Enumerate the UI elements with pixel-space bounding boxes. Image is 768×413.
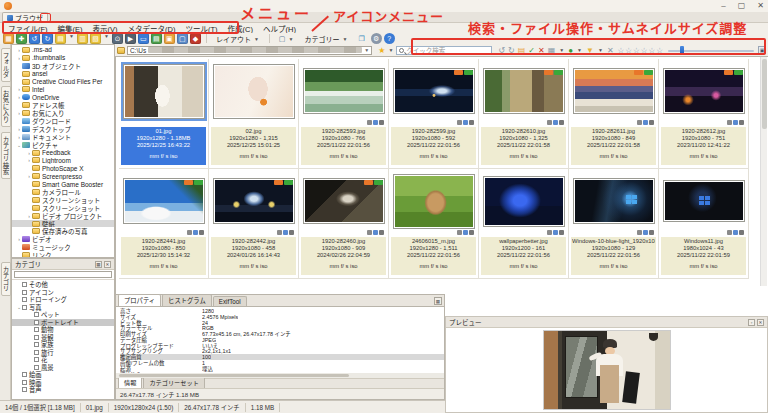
properties-tab[interactable]: ヒストグラム	[162, 294, 212, 306]
category-checkbox[interactable]	[34, 342, 39, 347]
help-icon[interactable]: ?	[384, 33, 395, 44]
thumbnail-image[interactable]	[303, 68, 385, 114]
hscrollbar-thumb[interactable]	[119, 374, 349, 377]
thumbnail-image[interactable]	[483, 176, 565, 227]
tree-item[interactable]: ›デスクトップ	[12, 125, 114, 133]
accept-icon[interactable]: ✓	[528, 46, 535, 55]
thumbnail-item[interactable]: wallpaperbetter.jpg1920x1200 - 1612025/1…	[479, 169, 569, 279]
thumbnail-image[interactable]	[483, 68, 565, 114]
screen-icon[interactable]: ▢	[177, 33, 188, 44]
category-item[interactable]: 風景	[12, 364, 114, 372]
menu-item[interactable]: ツール(T)	[181, 23, 223, 34]
layout-dropdown[interactable]: レイアウト ▼	[212, 33, 264, 44]
tree-item[interactable]: ダウンロード	[12, 117, 114, 125]
category-item[interactable]: 景観	[12, 334, 114, 342]
search-icon[interactable]: ⊙	[112, 33, 123, 44]
category-item[interactable]: 音声	[12, 386, 114, 394]
category-filter-input[interactable]	[14, 271, 112, 278]
thumbnail-item[interactable]: 01.jpg1920x1280 - 1.18MB2025/12/25 16:43…	[119, 59, 209, 169]
tree-item[interactable]: PhotoScape X	[12, 164, 114, 172]
menu-item[interactable]: 編集(E)	[53, 23, 88, 34]
category-dropdown[interactable]: カテゴリー ▼	[300, 33, 352, 44]
menu-item[interactable]: メタデータ(D)	[123, 23, 181, 34]
category-item[interactable]: 旅行	[12, 349, 114, 357]
close-button[interactable]: ✕	[757, 2, 764, 10]
sidebar-tab-1[interactable]: お気に入り	[1, 86, 11, 127]
sidebar-tab-2[interactable]: カテゴリ検索	[1, 132, 11, 179]
slider-thumb[interactable]	[680, 46, 684, 55]
thumbnail-item[interactable]: 1920-282599.jpg1920x1080 - 5922025/11/22…	[389, 59, 479, 169]
thumbnail-item[interactable]: 24606015_m.jpg1920x1280 - 1,5112025/11/2…	[389, 169, 479, 279]
category-item[interactable]: 家族	[12, 341, 114, 349]
tree-item[interactable]: ›Intel	[12, 85, 114, 93]
thumbnail-image[interactable]	[303, 178, 385, 224]
properties-tab[interactable]: ExifTool	[213, 296, 247, 306]
rotate-right-icon[interactable]: ↻	[508, 46, 515, 55]
settings-gear-icon[interactable]: ⚙	[371, 33, 382, 44]
tree-item[interactable]: ›Lightroom	[12, 156, 114, 164]
thumbnail-image[interactable]	[393, 68, 475, 114]
tree-item[interactable]: 壁紙	[12, 220, 114, 228]
thumbnail-item[interactable]: 1920-282593.jpg1920x1080 - 7662025/11/22…	[299, 59, 389, 169]
tree-item[interactable]: 保存済みの写真	[12, 227, 114, 235]
category-checkbox[interactable]	[22, 305, 27, 310]
thumbnail-item[interactable]: 1920-282460.jpg1920x1080 - 9092024/02/26…	[299, 169, 389, 279]
category-item[interactable]: ⌄写真	[12, 304, 114, 312]
tree-item[interactable]: ›.ms-ad	[12, 46, 114, 54]
category-checkbox[interactable]	[22, 290, 27, 295]
view-mode-icon[interactable]: ▦	[548, 46, 556, 55]
tag-icon[interactable]: ●	[568, 46, 573, 55]
delete-icon[interactable]: ✕	[538, 46, 545, 55]
category-checkbox[interactable]	[22, 387, 27, 392]
thumbnail-image[interactable]	[213, 178, 295, 224]
tree-item[interactable]: Smart Game Booster	[12, 180, 114, 188]
category-checkbox[interactable]	[34, 327, 39, 332]
thumbnail-item[interactable]: 1920-282441.jpg1920x1080 - 8502025/12/30…	[119, 169, 209, 279]
refresh-icon[interactable]: ↻	[42, 33, 53, 44]
filmstrip-icon[interactable]: ▤	[151, 33, 162, 44]
tree-item[interactable]: ›ドキュメント	[12, 133, 114, 141]
tree-item[interactable]: ›OneDrive	[12, 93, 114, 101]
images-icon[interactable]: ▣	[164, 33, 175, 44]
maximize-button[interactable]: ▢	[738, 2, 746, 10]
thumbnail-image[interactable]	[213, 64, 295, 119]
category-item[interactable]: 動物	[12, 326, 114, 334]
thumbnail-item[interactable]: 1920-282442.jpg1920x1080 - 4582024/01/26…	[209, 169, 299, 279]
thumbnail-item[interactable]: Windows-10-blue-light_1920x1080.jpg1920x…	[569, 169, 659, 279]
thumbnail-image[interactable]	[573, 178, 655, 224]
preview-pin-button[interactable]: ▫	[748, 319, 755, 326]
copy-to-folder-icon[interactable]: ▤	[518, 46, 526, 55]
favorites-folder-icon[interactable]: ▥	[77, 33, 88, 44]
category-panel-close-button[interactable]: ✕	[104, 261, 111, 268]
thumbnail-item[interactable]: Windows11.jpg1980x1024 - 432025/11/22 22…	[659, 169, 749, 279]
browser-icon[interactable]: ▦	[3, 33, 14, 44]
category-checkbox[interactable]	[34, 365, 39, 370]
panel-menu-button[interactable]: ▦	[434, 297, 442, 305]
clear-rating-icon[interactable]: ✕	[607, 46, 614, 55]
minimize-button[interactable]: –	[721, 2, 725, 10]
tree-item[interactable]: ›Feedback	[12, 149, 114, 157]
category-checkbox[interactable]	[22, 282, 27, 287]
tree-item[interactable]: ansel	[12, 70, 114, 78]
thumbnail-image[interactable]	[393, 174, 475, 229]
thumbnail-item[interactable]: 02.jpg1920x1280 - 1,3152025/12/25 15:01:…	[209, 59, 299, 169]
tree-item[interactable]: 3D オブジェクト	[12, 62, 114, 70]
tree-item[interactable]: ›.thumbnails	[12, 54, 114, 62]
tab-browser[interactable]: ブラウザ	[2, 12, 48, 23]
category-item[interactable]: ポートレイト	[12, 319, 114, 327]
sidebar-tab-0[interactable]: フォルダ	[1, 48, 11, 82]
tree-item[interactable]: ›ビデオ プロジェクト	[12, 212, 114, 220]
menu-item[interactable]: 表示(V)	[88, 23, 123, 34]
properties-tab[interactable]: プロパティ	[118, 294, 161, 306]
convert-icon[interactable]: ◆	[190, 33, 201, 44]
category-checkbox[interactable]	[34, 335, 39, 340]
scrollbar-thumb[interactable]	[762, 59, 767, 129]
filter-icon[interactable]: ▼	[586, 46, 594, 55]
menu-item[interactable]: 作成(C)	[223, 23, 258, 34]
tree-item[interactable]: スクリーンショット	[12, 196, 114, 204]
category-checkbox[interactable]	[22, 372, 27, 377]
tree-item[interactable]: ›Screenpresso	[12, 172, 114, 180]
category-checkbox[interactable]	[34, 312, 39, 317]
favorites-star-icon[interactable]: ★	[378, 46, 385, 55]
view-mode-dropdown[interactable]: ▢ ▼	[275, 33, 299, 44]
